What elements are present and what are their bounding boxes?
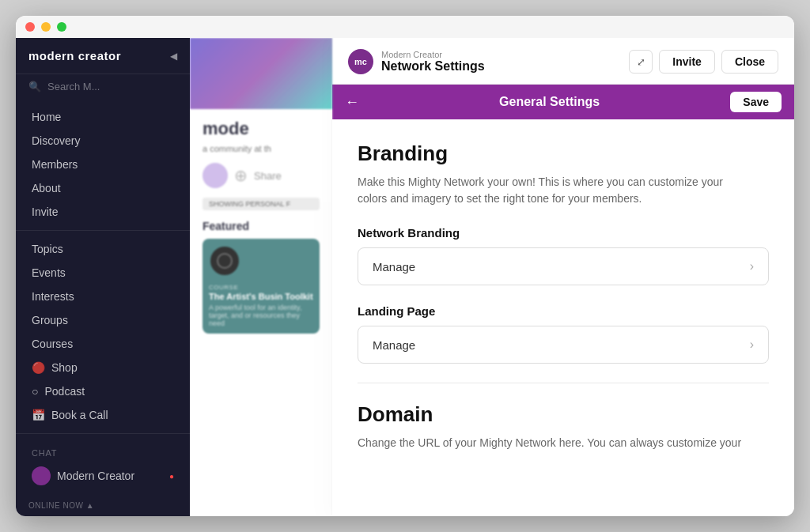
sidebar-item-discovery[interactable]: Discovery (16, 129, 190, 153)
chevron-right-icon-2: › (750, 338, 754, 352)
calendar-icon: 📅 (32, 409, 45, 421)
sidebar-item-members[interactable]: Members (16, 153, 190, 176)
sidebar-item-invite[interactable]: Invite (16, 200, 190, 224)
settings-header-text: Modern Creator Network Settings (381, 50, 485, 74)
sidebar: modern creator ◀ 🔍 Search M... Home Disc… (16, 38, 190, 516)
section-divider (358, 383, 769, 383)
network-branding-label: Network Branding (358, 226, 769, 240)
sidebar-item-groups[interactable]: Groups (16, 308, 190, 332)
search-icon: 🔍 (28, 81, 41, 92)
sidebar-bottom: CHAT Modern Creator ● ONLINE NOW ▲ (16, 434, 190, 516)
page-bg-badge: SHOWING PERSONAL F (202, 198, 320, 210)
chevron-right-icon-1: › (750, 259, 754, 274)
sidebar-logo: modern creator (28, 49, 121, 62)
card-overlay: COURSE The Artist's Busin Toolkit A powe… (202, 277, 320, 334)
page-bg-featured: Featured (190, 213, 332, 236)
settings-content: Branding Make this Mighty Network your o… (332, 119, 794, 516)
sidebar-collapse-button[interactable]: ◀ (170, 51, 177, 62)
sidebar-item-discovery-label: Discovery (32, 134, 80, 147)
online-avatars (16, 515, 190, 516)
sidebar-header: modern creator ◀ (16, 38, 190, 74)
expand-icon: ⤢ (637, 56, 645, 68)
settings-nav-title: General Settings (369, 95, 730, 109)
sidebar-item-topics[interactable]: Topics (16, 237, 190, 261)
share-label: Share (254, 170, 282, 182)
settings-panel-header: mc Modern Creator Network Settings ⤢ Inv… (332, 38, 794, 85)
network-branding-manage-button[interactable]: Manage › (358, 247, 769, 285)
sidebar-item-members-label: Members (32, 158, 78, 171)
sidebar-item-book-a-call[interactable]: 📅 Book a Call (16, 403, 190, 427)
shop-icon: 🔴 (32, 361, 45, 374)
page-bg-banner (190, 38, 332, 109)
sidebar-item-events[interactable]: Events (16, 261, 190, 285)
sidebar-item-chat-modern-creator[interactable]: Modern Creator ● (16, 461, 190, 491)
sidebar-item-courses[interactable]: Courses (16, 332, 190, 356)
expand-button[interactable]: ⤢ (629, 50, 653, 74)
sidebar-item-about-label: About (32, 182, 61, 194)
branding-description: Make this Mighty Network your own! This … (358, 174, 737, 207)
settings-title: Network Settings (381, 59, 485, 74)
chat-section-label: CHAT (16, 440, 190, 461)
sidebar-item-shop[interactable]: 🔴 Shop (16, 356, 190, 379)
online-now-label: ONLINE NOW ▲ (16, 491, 190, 515)
secondary-nav: Topics Events Interests Groups Courses 🔴… (16, 231, 190, 434)
page-bg-title: mode (190, 109, 332, 144)
app-window: modern creator ◀ 🔍 Search M... Home Disc… (16, 16, 794, 516)
chat-notification-dot: ● (169, 472, 174, 481)
page-bg-card: COURSE The Artist's Busin Toolkit A powe… (202, 239, 320, 334)
search-placeholder: Search M... (47, 81, 100, 92)
domain-title: Domain (358, 402, 769, 427)
landing-page-manage-button[interactable]: Manage › (358, 326, 769, 364)
save-button[interactable]: Save (730, 92, 782, 112)
primary-nav: Home Discovery Members About Invite (16, 99, 190, 231)
sidebar-item-home-label: Home (32, 111, 61, 123)
manage-label-2: Manage (373, 338, 415, 352)
landing-page-label: Landing Page (358, 304, 769, 318)
main-area: mode a community at th ⊕ Share SHOWING P… (190, 38, 794, 516)
page-bg-subtitle: a community at th (190, 144, 332, 153)
app-body: modern creator ◀ 🔍 Search M... Home Disc… (16, 38, 794, 516)
manage-label-1: Manage (373, 260, 415, 274)
domain-description: Change the URL of your Mighty Network he… (358, 435, 769, 451)
close-window-button[interactable] (25, 22, 35, 32)
invite-button[interactable]: Invite (659, 50, 715, 74)
sidebar-search[interactable]: 🔍 Search M... (16, 74, 190, 99)
title-bar (16, 16, 794, 38)
sidebar-item-about[interactable]: About (16, 176, 190, 200)
mc-avatar: mc (348, 49, 373, 74)
page-bg-share: ⊕ Share (190, 153, 332, 198)
sidebar-item-interests[interactable]: Interests (16, 285, 190, 308)
maximize-window-button[interactable] (57, 22, 66, 32)
plus-circle-icon: ⊕ (234, 166, 248, 185)
minimize-window-button[interactable] (41, 22, 51, 32)
chat-avatar (32, 466, 51, 485)
podcast-icon: ○ (32, 385, 38, 398)
branding-title: Branding (358, 141, 769, 166)
close-settings-button[interactable]: Close (721, 50, 778, 74)
sidebar-item-podcast[interactable]: ○ Podcast (16, 379, 190, 403)
settings-nav-bar: ← General Settings Save (332, 85, 794, 119)
settings-panel: mc Modern Creator Network Settings ⤢ Inv… (332, 38, 794, 516)
sidebar-item-invite-label: Invite (32, 206, 58, 218)
settings-header-left: mc Modern Creator Network Settings (348, 49, 485, 74)
settings-subtitle: Modern Creator (381, 50, 485, 59)
back-button[interactable]: ← (345, 94, 359, 111)
sidebar-item-home[interactable]: Home (16, 105, 190, 129)
settings-header-right: ⤢ Invite Close (629, 50, 778, 74)
card-icon (210, 247, 239, 275)
share-avatar (202, 163, 228, 188)
page-background: mode a community at th ⊕ Share SHOWING P… (190, 38, 332, 516)
